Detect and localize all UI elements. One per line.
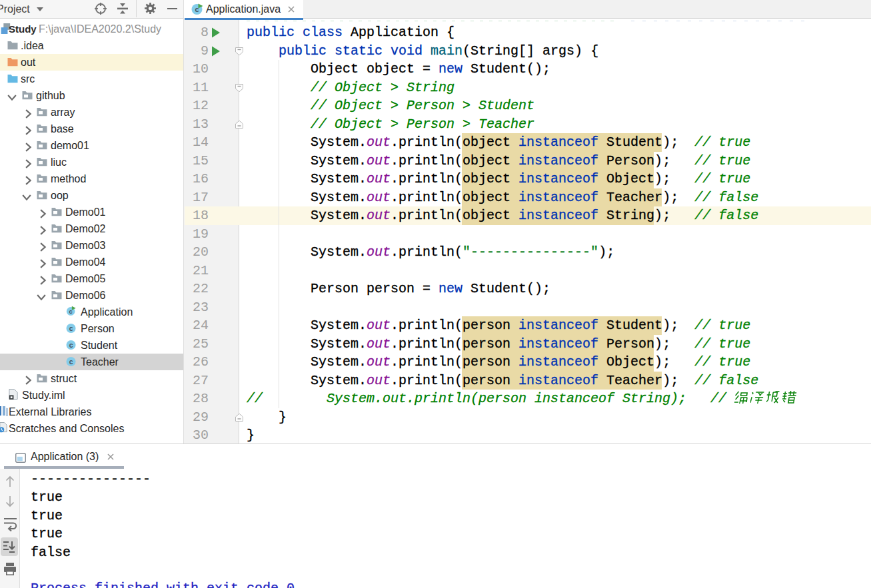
- svg-text:c: c: [69, 358, 73, 366]
- svg-text:c: c: [69, 325, 73, 332]
- svg-text:c: c: [69, 308, 73, 315]
- svg-text:c: c: [69, 342, 73, 349]
- svg-text:c: c: [195, 5, 199, 13]
